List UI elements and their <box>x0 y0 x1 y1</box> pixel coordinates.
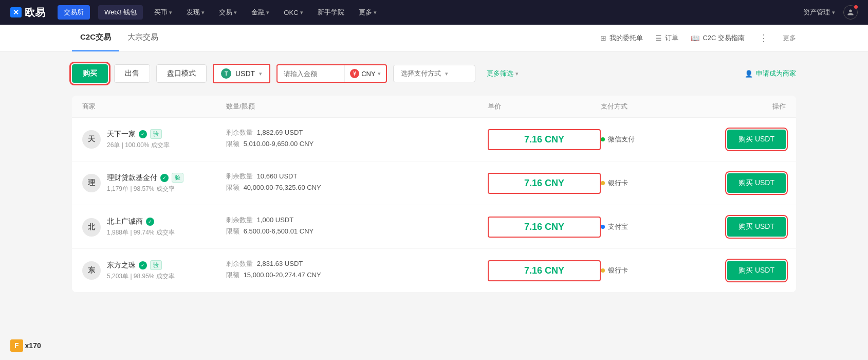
currency-selector[interactable]: ¥ CNY ▾ <box>344 65 385 82</box>
nav-okc[interactable]: OKC ▾ <box>281 9 306 16</box>
merchant-info: 天下一家 ✓ 验 26单 | 100.00% 成交率 <box>107 129 170 150</box>
header-price: 单价 <box>488 102 601 111</box>
c2c-guide-action[interactable]: 📖 C2C 交易指南 <box>691 33 745 43</box>
my-orders-action[interactable]: ⊞ 我的委托单 <box>600 33 643 43</box>
buy-usdt-button[interactable]: 购买 USDT <box>727 173 786 193</box>
merchant-cell: 北 北上广诚商 ✓ 1,988单 | 99.74% 成交率 <box>82 217 226 237</box>
merchant-stats: 5,203单 | 98.95% 成交率 <box>107 272 175 281</box>
table-row: 理 理财贷款基金付 ✓ 验 1,179单 | 98.57% 成交率 <box>72 161 796 205</box>
orders-action[interactable]: ☰ 订单 <box>655 33 678 43</box>
table-header: 商家 数量/限额 单价 支付方式 操作 <box>72 96 796 118</box>
payment-cell: 银行卡 <box>601 178 704 188</box>
price-cell: 7.16 CNY <box>488 217 601 238</box>
chevron-down-icon: ▾ <box>266 9 269 16</box>
asset-management-button[interactable]: 资产管理 ▾ <box>803 8 835 17</box>
grid-icon: ⊞ <box>600 34 606 42</box>
verified-icon: ✓ <box>139 130 147 138</box>
buy-usdt-button[interactable]: 购买 USDT <box>727 130 786 149</box>
qty-limit: 限额 5,010.00-9,650.00 CNY <box>226 139 488 149</box>
buy-button[interactable]: 购买 <box>72 64 108 83</box>
nav-buycoin[interactable]: 买币 ▾ <box>151 8 175 17</box>
buy-usdt-button[interactable]: 购买 USDT <box>727 217 786 237</box>
tab-bulk-trade[interactable]: 大宗交易 <box>119 25 167 51</box>
notification-dot <box>854 5 858 9</box>
payment-method-selector[interactable]: 选择支付方式 ▾ <box>393 65 475 82</box>
table-row: 东 东方之珠 ✓ 验 5,203单 | 98.95% 成交率 <box>72 249 796 292</box>
price-cell: 7.16 CNY <box>488 173 601 194</box>
chevron-down-icon: ▾ <box>169 9 172 16</box>
nav-academy[interactable]: 新手学院 <box>315 8 347 17</box>
header-action: 操作 <box>704 102 786 111</box>
nav-finance[interactable]: 金融 ▾ <box>248 8 272 17</box>
filter-bar: 购买 出售 盘口模式 T USDT ▾ ¥ CNY ▾ 选择支付方式 ▾ 更多筛… <box>72 64 796 83</box>
chevron-down-icon: ▾ <box>201 9 205 16</box>
verify-tag: 验 <box>172 173 183 183</box>
merchant-info: 北上广诚商 ✓ 1,988单 | 99.74% 成交率 <box>107 217 175 237</box>
avatar: 理 <box>82 174 101 192</box>
qty-remaining: 剩余数量 2,831.63 USDT <box>226 259 488 268</box>
buy-usdt-button[interactable]: 购买 USDT <box>727 261 786 280</box>
watermark-icon: F <box>10 339 23 352</box>
chevron-down-icon: ▾ <box>234 9 237 16</box>
chevron-down-icon: ▾ <box>515 70 519 77</box>
main-content: 购买 出售 盘口模式 T USDT ▾ ¥ CNY ▾ 选择支付方式 ▾ 更多筛… <box>0 51 868 360</box>
chevron-down-icon: ▾ <box>259 70 262 77</box>
merchant-cell: 理 理财贷款基金付 ✓ 验 1,179单 | 98.57% 成交率 <box>82 173 226 193</box>
merchant-stats: 1,988单 | 99.74% 成交率 <box>107 228 175 237</box>
logo[interactable]: ✕ 欧易 <box>10 6 45 20</box>
merchant-info: 理财贷款基金付 ✓ 验 1,179单 | 98.57% 成交率 <box>107 173 183 193</box>
nav-more[interactable]: 更多 ▾ <box>356 8 380 17</box>
person-icon: 👤 <box>745 70 753 78</box>
merchant-name: 东方之珠 ✓ 验 <box>107 260 175 270</box>
coin-selector[interactable]: T USDT ▾ <box>213 64 270 83</box>
sell-button[interactable]: 出售 <box>114 64 150 83</box>
merchant-name: 理财贷款基金付 ✓ 验 <box>107 173 183 183</box>
chevron-down-icon: ▾ <box>378 70 381 77</box>
merchant-cell: 天 天下一家 ✓ 验 26单 | 100.00% 成交率 <box>82 129 226 150</box>
nav-discover[interactable]: 发现 ▾ <box>183 8 208 17</box>
payment-dot-icon <box>601 137 605 141</box>
qty-cell: 剩余数量 10,660 USDT 限额 40,000.00-76,325.60 … <box>226 172 488 194</box>
merchant-stats: 26单 | 100.00% 成交率 <box>107 141 170 150</box>
header-qty: 数量/限额 <box>226 102 488 111</box>
more-label[interactable]: 更多 <box>783 33 796 43</box>
price-cell: 7.16 CNY <box>488 260 601 281</box>
price-cell: 7.16 CNY <box>488 129 601 150</box>
logo-text: 欧易 <box>25 6 45 20</box>
qty-cell: 剩余数量 2,831.63 USDT 限额 15,000.00-20,274.4… <box>226 259 488 282</box>
merchant-cell: 东 东方之珠 ✓ 验 5,203单 | 98.95% 成交率 <box>82 260 226 281</box>
more-filter-button[interactable]: 更多筛选 ▾ <box>482 65 524 82</box>
qty-remaining: 剩余数量 1,000 USDT <box>226 215 488 225</box>
verified-icon: ✓ <box>139 261 147 269</box>
exchange-button[interactable]: 交易所 <box>58 5 90 20</box>
avatar: 北 <box>82 218 101 237</box>
action-cell: 购买 USDT <box>704 261 786 280</box>
apply-merchant-button[interactable]: 👤 申请成为商家 <box>745 69 796 78</box>
web3-wallet-button[interactable]: Web3 钱包 <box>98 5 143 20</box>
avatar: 东 <box>82 261 101 280</box>
payment-dot-icon <box>601 268 605 273</box>
amount-input[interactable] <box>278 66 344 81</box>
payment-dot-icon <box>601 225 605 229</box>
more-options-icon[interactable]: ⋮ <box>757 32 770 44</box>
nav-trade[interactable]: 交易 ▾ <box>216 8 240 17</box>
amount-input-wrap: ¥ CNY ▾ <box>276 64 386 83</box>
merchant-stats: 1,179单 | 98.57% 成交率 <box>107 185 183 193</box>
action-cell: 购买 USDT <box>704 130 786 149</box>
header-merchant: 商家 <box>82 102 226 111</box>
market-mode-button[interactable]: 盘口模式 <box>156 64 207 83</box>
qty-limit: 限额 40,000.00-76,325.60 CNY <box>226 183 488 192</box>
payment-cell: 支付宝 <box>601 222 704 231</box>
qty-remaining: 剩余数量 10,660 USDT <box>226 172 488 181</box>
merchant-name: 北上广诚商 ✓ <box>107 217 175 226</box>
merchant-info: 东方之珠 ✓ 验 5,203单 | 98.95% 成交率 <box>107 260 175 281</box>
tab-c2c-trade[interactable]: C2C交易 <box>72 25 119 51</box>
book-icon: 📖 <box>691 34 699 42</box>
chevron-down-icon: ▾ <box>374 9 377 16</box>
qty-remaining: 剩余数量 1,882.69 USDT <box>226 128 488 137</box>
avatar: 天 <box>82 130 101 149</box>
watermark: F x170 <box>10 339 41 352</box>
user-account-icon[interactable] <box>843 5 858 20</box>
verified-icon: ✓ <box>160 174 169 182</box>
merchant-name: 天下一家 ✓ 验 <box>107 129 170 139</box>
